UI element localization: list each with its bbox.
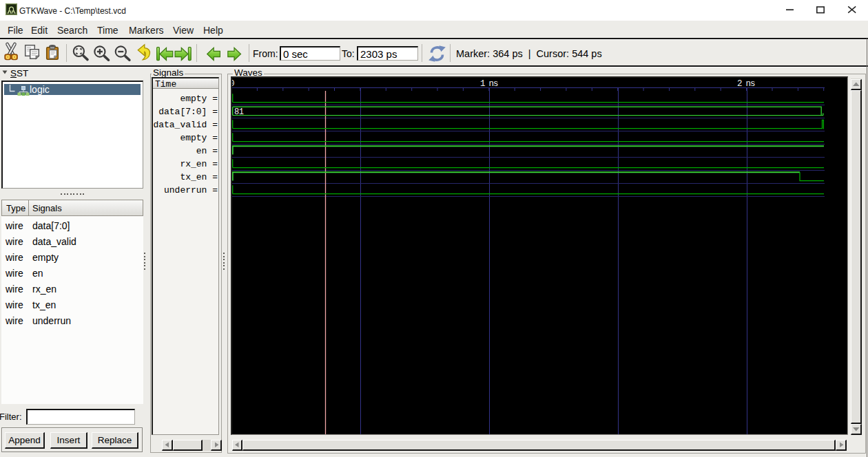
svg-text:81: 81 xyxy=(234,107,244,117)
svg-text:2 ns: 2 ns xyxy=(737,79,755,89)
svg-text:1 ns: 1 ns xyxy=(480,79,498,89)
svg-text:0: 0 xyxy=(232,79,234,89)
